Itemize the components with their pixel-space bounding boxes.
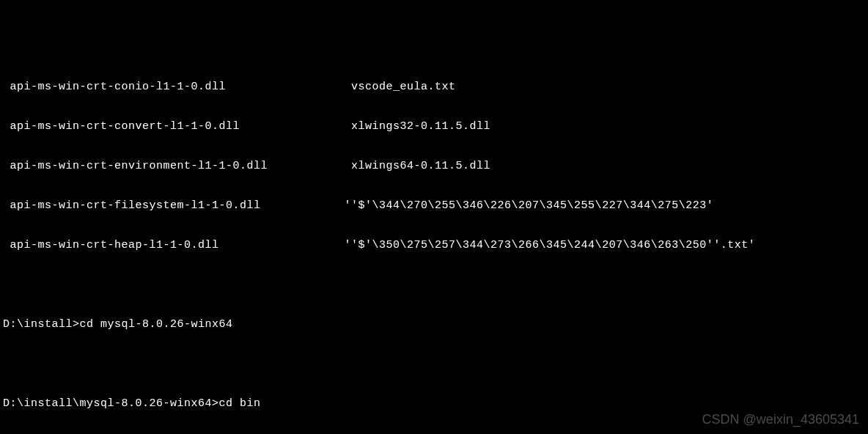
file-listing-line: api-ms-win-crt-convert-l1-1-0.dll xlwing…	[3, 120, 865, 133]
terminal-output[interactable]: api-ms-win-crt-conio-l1-1-0.dll vscode_e…	[0, 53, 868, 434]
file-listing-line: api-ms-win-crt-conio-l1-1-0.dll vscode_e…	[3, 81, 865, 94]
file-listing-line: api-ms-win-crt-heap-l1-1-0.dll ''$'\350\…	[3, 239, 865, 252]
prompt-line: D:\install\mysql-8.0.26-winx64>cd bin	[3, 397, 865, 411]
watermark-text: CSDN @weixin_43605341	[702, 412, 859, 428]
file-listing-line: api-ms-win-crt-environment-l1-1-0.dll xl…	[3, 160, 865, 173]
prompt-line: D:\install>cd mysql-8.0.26-winx64	[3, 318, 865, 331]
file-listing-line: api-ms-win-crt-filesystem-l1-1-0.dll ''$…	[3, 199, 865, 213]
